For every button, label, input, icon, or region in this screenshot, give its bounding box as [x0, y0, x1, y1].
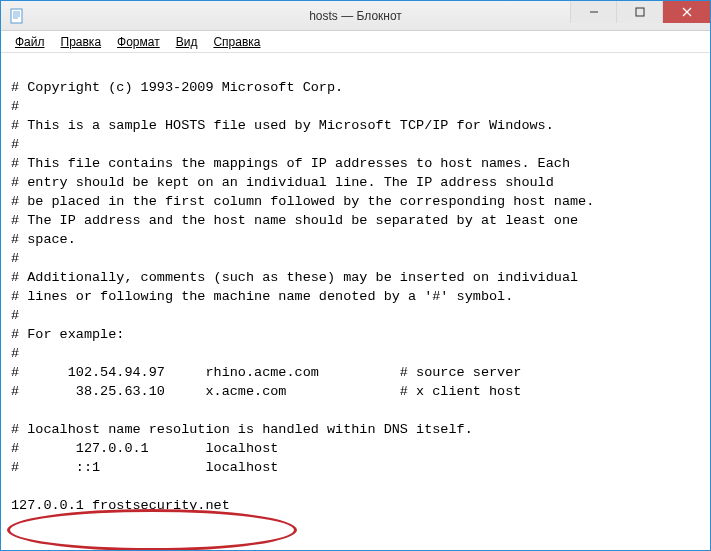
minimize-button[interactable] — [570, 1, 616, 23]
svg-rect-6 — [636, 8, 644, 16]
text-line: # localhost name resolution is handled w… — [11, 422, 473, 437]
text-line: # 102.54.94.97 rhino.acme.com # source s… — [11, 365, 521, 380]
text-line: # 38.25.63.10 x.acme.com # x client host — [11, 384, 521, 399]
text-line: # 127.0.0.1 localhost — [11, 441, 278, 456]
text-line: # be placed in the first column followed… — [11, 194, 594, 209]
text-line: # This is a sample HOSTS file used by Mi… — [11, 118, 554, 133]
text-line: # — [11, 308, 19, 323]
window-title: hosts — Блокнот — [309, 9, 402, 23]
text-editor-area[interactable]: # Copyright (c) 1993-2009 Microsoft Corp… — [1, 53, 710, 550]
maximize-button[interactable] — [616, 1, 662, 23]
menu-view[interactable]: Вид — [168, 33, 206, 51]
text-line: # entry should be kept on an individual … — [11, 175, 554, 190]
text-line: # This file contains the mappings of IP … — [11, 156, 570, 171]
notepad-icon — [9, 8, 25, 24]
annotation-circle — [7, 509, 297, 550]
text-line: # For example: — [11, 327, 124, 342]
menu-edit[interactable]: Правка — [53, 33, 110, 51]
menubar: Файл Правка Формат Вид Справка — [1, 31, 710, 53]
text-line: # ::1 localhost — [11, 460, 278, 475]
text-line: 127.0.0.1 frostsecurity.net — [11, 498, 230, 513]
text-line: # Copyright (c) 1993-2009 Microsoft Corp… — [11, 80, 343, 95]
text-line: # Additionally, comments (such as these)… — [11, 270, 578, 285]
text-line: # — [11, 346, 19, 361]
menu-format[interactable]: Формат — [109, 33, 168, 51]
text-line: # — [11, 251, 19, 266]
text-line: # — [11, 137, 19, 152]
text-line: # space. — [11, 232, 76, 247]
close-button[interactable] — [662, 1, 710, 23]
text-line: # The IP address and the host name shoul… — [11, 213, 578, 228]
text-line: # lines or following the machine name de… — [11, 289, 513, 304]
menu-file[interactable]: Файл — [7, 33, 53, 51]
text-line: # — [11, 99, 19, 114]
window-controls — [570, 1, 710, 23]
menu-help[interactable]: Справка — [205, 33, 268, 51]
titlebar: hosts — Блокнот — [1, 1, 710, 31]
